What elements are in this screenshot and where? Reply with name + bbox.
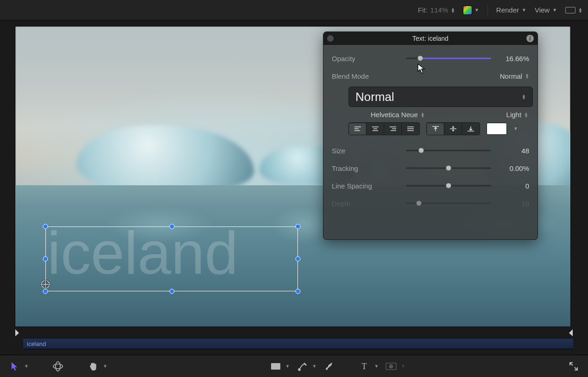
depth-value: 10 [497, 200, 529, 207]
paintstroke-tool[interactable] [323, 360, 335, 372]
stepper-icon [421, 112, 425, 118]
hud-titlebar[interactable]: Text: iceland i [323, 32, 537, 45]
linespacing-slider[interactable] [406, 181, 491, 190]
linespacing-row: Line Spacing 0 [332, 177, 529, 195]
svg-point-22 [56, 362, 60, 371]
align-right-button[interactable] [384, 123, 402, 135]
view-label: View [535, 6, 550, 14]
chevron-down-icon[interactable]: ▼ [312, 364, 317, 369]
chevron-down-icon[interactable]: ▼ [24, 364, 29, 369]
text-hud[interactable]: Text: iceland i Opacity 16.66% Blend Mod… [323, 31, 538, 240]
color-channel-menu[interactable]: ▼ [463, 6, 479, 14]
size-value[interactable]: 48 [497, 147, 529, 155]
tracking-value[interactable]: 0.00% [497, 164, 529, 172]
text-style-value: Normal [355, 90, 394, 104]
size-label: Size [332, 147, 406, 155]
linespacing-label: Line Spacing [332, 182, 406, 190]
rectangle-tool[interactable] [270, 360, 282, 372]
tracking-row: Tracking 0.00% [332, 159, 529, 177]
clip-name: iceland [27, 340, 46, 347]
3d-transform-tool[interactable] [52, 360, 64, 372]
mini-ruler[interactable] [15, 329, 573, 338]
align-center-button[interactable] [367, 123, 384, 135]
out-marker-icon[interactable] [568, 329, 573, 337]
svg-point-21 [53, 364, 63, 369]
viewer-toolbar: Fit: 114% ▼ Render ▼ View ▼ [0, 0, 588, 20]
select-tool[interactable] [8, 360, 20, 372]
hud-title: Text: iceland [412, 35, 449, 42]
aspect-menu[interactable] [565, 7, 582, 13]
selection-box [45, 226, 298, 291]
render-menu[interactable]: Render ▼ [496, 6, 526, 14]
linespacing-value[interactable]: 0 [497, 182, 529, 190]
text-tool[interactable]: T [358, 360, 370, 372]
h-align-segment[interactable] [348, 122, 420, 135]
resize-handle-bl[interactable] [43, 289, 48, 294]
info-icon[interactable]: i [526, 35, 534, 42]
tracking-slider[interactable] [406, 163, 491, 173]
depth-label: Depth [332, 200, 406, 207]
svg-point-24 [298, 369, 300, 371]
opacity-row: Opacity 16.66% [332, 50, 529, 67]
text-object-selection[interactable]: iceland [45, 226, 298, 291]
font-value: Helvetica Neue [371, 111, 418, 119]
aspect-icon [565, 7, 575, 13]
resize-handle-tl[interactable] [43, 224, 48, 229]
stepper-icon [525, 73, 529, 79]
pan-tool[interactable] [87, 360, 99, 372]
chevron-down-icon[interactable]: ▼ [285, 364, 290, 369]
valign-middle-button[interactable] [444, 123, 462, 135]
stepper-icon [451, 7, 455, 13]
opacity-value[interactable]: 16.66% [497, 55, 529, 63]
render-label: Render [496, 6, 519, 14]
view-menu[interactable]: View ▼ [535, 6, 557, 14]
valign-top-button[interactable] [427, 123, 444, 135]
align-justify-button[interactable] [402, 123, 419, 135]
chevron-down-icon: ▼ [522, 9, 526, 12]
v-align-segment[interactable] [426, 122, 480, 135]
resize-handle-br[interactable] [296, 289, 301, 294]
resize-handle-bc[interactable] [169, 289, 174, 294]
fit-control[interactable]: Fit: 114% [418, 6, 455, 14]
rainbow-icon [463, 6, 472, 14]
text-style-select[interactable]: Normal [348, 87, 533, 107]
resize-handle-ml[interactable] [43, 257, 48, 262]
valign-bottom-button[interactable] [462, 123, 480, 135]
anchor-point[interactable] [41, 280, 50, 289]
resize-handle-tc[interactable] [169, 224, 174, 229]
font-weight-select[interactable]: Light [506, 111, 528, 119]
align-left-button[interactable] [349, 123, 367, 135]
chevron-down-icon: ▼ [474, 9, 479, 12]
blend-label: Blend Mode [332, 72, 406, 80]
stepper-icon [524, 112, 528, 118]
chevron-down-icon: ▼ [552, 9, 557, 12]
close-button[interactable] [327, 35, 334, 42]
expand-tool[interactable] [568, 360, 580, 372]
in-marker-icon[interactable] [15, 329, 20, 337]
tools-toolbar: ▼ ▼ ▼ ▼ T ▼ ▼ [0, 355, 588, 377]
svg-rect-23 [271, 363, 280, 370]
blend-mode-select[interactable]: Normal [500, 72, 529, 80]
blend-row: Blend Mode Normal [332, 67, 529, 85]
svg-text:T: T [362, 362, 367, 371]
chevron-down-icon[interactable]: ▼ [103, 364, 107, 369]
timeline-clip[interactable]: iceland [23, 338, 573, 349]
chevron-down-icon: ▼ [401, 364, 405, 369]
pen-tool[interactable] [297, 360, 309, 372]
hud-body: Opacity 16.66% Blend Mode Normal Normal … [323, 45, 537, 212]
weight-value: Light [506, 111, 522, 119]
size-slider[interactable] [406, 146, 491, 155]
tracking-label: Tracking [332, 164, 406, 172]
depth-row: Depth 10 [332, 195, 529, 212]
text-color-well[interactable] [487, 123, 507, 135]
mask-tool [385, 360, 397, 372]
font-family-select[interactable]: Helvetica Neue [371, 111, 425, 119]
opacity-slider[interactable] [406, 54, 491, 63]
chevron-down-icon[interactable]: ▼ [374, 364, 379, 369]
opacity-label: Opacity [332, 55, 406, 63]
svg-point-27 [389, 364, 393, 368]
fit-value: 114% [430, 6, 448, 14]
resize-handle-mr[interactable] [296, 257, 301, 262]
chevron-down-icon[interactable]: ▼ [513, 127, 518, 130]
resize-handle-tr[interactable] [296, 224, 301, 229]
